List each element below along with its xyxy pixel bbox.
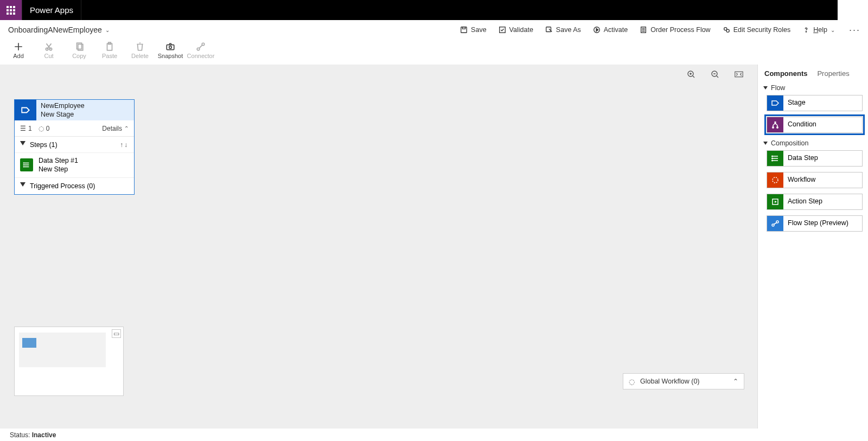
- cut-tool[interactable]: Cut: [34, 42, 64, 59]
- component-workflow-label: Workflow: [783, 176, 820, 184]
- svg-point-16: [169, 46, 172, 49]
- component-flow-step[interactable]: Flow Step (Preview): [767, 215, 863, 232]
- zoom-out-button[interactable]: [711, 70, 719, 81]
- designer-canvas[interactable]: NewEmployee New Stage ☰ 1 ◌ 0 Det: [0, 65, 757, 429]
- svg-point-29: [772, 158, 773, 159]
- data-step-item[interactable]: Data Step #1 New Step: [15, 153, 134, 178]
- workflow-count-value: 0: [46, 125, 50, 132]
- triggered-label: Triggered Process (0): [30, 182, 95, 190]
- zoom-in-button[interactable]: [687, 70, 695, 81]
- add-label: Add: [13, 53, 24, 59]
- caret-down-icon: [763, 86, 768, 90]
- connector-tool[interactable]: Connector: [186, 42, 216, 59]
- stage-header[interactable]: NewEmployee New Stage: [15, 100, 134, 120]
- save-button[interactable]: Save: [460, 26, 487, 34]
- triangle-down-icon: [20, 182, 25, 189]
- section-composition-header[interactable]: Composition: [761, 138, 865, 150]
- snapshot-label: Snapshot: [158, 53, 183, 59]
- cut-label: Cut: [44, 53, 53, 59]
- workflow-icon: [767, 172, 783, 188]
- more-actions-button[interactable]: ···: [847, 24, 863, 36]
- components-panel: Components Properties Flow Stage Conditi…: [757, 65, 868, 429]
- svg-rect-1: [462, 27, 465, 29]
- svg-rect-15: [167, 45, 174, 50]
- svg-point-7: [726, 29, 729, 32]
- global-workflow-label: Global Workflow (0): [640, 378, 700, 385]
- details-toggle[interactable]: Details ⌃: [102, 125, 129, 132]
- component-action-step[interactable]: Action Step: [767, 194, 863, 210]
- triggered-process-section[interactable]: Triggered Process (0): [15, 178, 134, 194]
- activate-icon: [593, 26, 601, 34]
- fit-to-screen-button[interactable]: [735, 70, 743, 81]
- steps-count: ☰ 1: [20, 125, 32, 132]
- delete-label: Delete: [131, 53, 149, 59]
- help-button[interactable]: Help ⌄: [802, 26, 835, 34]
- edit-security-roles-button[interactable]: Edit Security Roles: [723, 26, 791, 34]
- component-stage-label: Stage: [783, 99, 810, 107]
- copy-tool[interactable]: Copy: [64, 42, 94, 59]
- component-data-step[interactable]: Data Step: [767, 150, 863, 167]
- chevron-up-icon: ⌃: [124, 125, 129, 131]
- tab-properties[interactable]: Properties: [817, 69, 849, 78]
- stage-title: NewEmployee: [41, 102, 130, 111]
- panel-tabs: Components Properties: [761, 69, 865, 83]
- svg-point-30: [772, 160, 773, 161]
- order-label: Order Process Flow: [650, 26, 710, 34]
- order-icon: [640, 26, 647, 34]
- minimap[interactable]: ▭: [14, 327, 124, 396]
- data-step-icon: [20, 158, 33, 171]
- triangle-down-icon: [20, 141, 25, 148]
- stage-header-text: NewEmployee New Stage: [36, 100, 134, 120]
- flow-name-label: OnboardingANewEmployee: [8, 25, 102, 34]
- security-label: Edit Security Roles: [733, 26, 791, 34]
- minimap-expand-icon[interactable]: ▭: [112, 329, 121, 338]
- content-area: NewEmployee New Stage ☰ 1 ◌ 0 Det: [0, 65, 868, 429]
- steps-count-value: 1: [28, 125, 32, 132]
- zoom-controls: [687, 70, 743, 81]
- component-stage[interactable]: Stage: [767, 95, 863, 111]
- save-as-label: Save As: [556, 26, 581, 34]
- flow-name-dropdown[interactable]: OnboardingANewEmployee ⌄: [8, 25, 110, 34]
- flow-header: OnboardingANewEmployee ⌄ Save Validate S…: [0, 20, 868, 40]
- paste-label: Paste: [102, 53, 117, 59]
- activate-button[interactable]: Activate: [593, 26, 628, 34]
- validate-label: Validate: [509, 26, 533, 34]
- chevron-down-icon: ⌄: [831, 27, 835, 33]
- reorder-arrows-icon[interactable]: ↑↓: [120, 141, 129, 149]
- save-as-button[interactable]: Save As: [545, 26, 581, 34]
- stage-icon: [15, 100, 36, 120]
- snapshot-tool[interactable]: Snapshot: [155, 42, 186, 59]
- component-data-step-label: Data Step: [783, 155, 822, 162]
- step-title: Data Step #1: [39, 156, 78, 165]
- global-workflow-bar[interactable]: ◌ Global Workflow (0) ⌃: [623, 373, 744, 389]
- component-workflow[interactable]: Workflow: [767, 172, 863, 188]
- validate-icon: [499, 26, 506, 34]
- section-flow-header[interactable]: Flow: [761, 83, 865, 95]
- component-condition[interactable]: Condition: [767, 117, 863, 133]
- steps-section-header[interactable]: Steps (1) ↑↓: [15, 137, 134, 153]
- connector-icon: [196, 42, 206, 52]
- add-tool[interactable]: Add: [3, 42, 34, 59]
- app-root: Power Apps OnboardingANewEmployee ⌄ Save…: [0, 0, 868, 441]
- status-value: Inactive: [32, 431, 56, 439]
- steps-label: Steps (1): [30, 141, 58, 149]
- svg-point-33: [772, 224, 774, 226]
- svg-rect-27: [775, 122, 776, 123]
- svg-point-26: [777, 127, 778, 128]
- component-action-step-label: Action Step: [783, 198, 827, 206]
- data-step-icon: [767, 151, 783, 166]
- tab-components[interactable]: Components: [764, 69, 807, 78]
- chevron-down-icon: ⌄: [105, 27, 110, 33]
- condition-icon: [767, 117, 783, 132]
- stage-card[interactable]: NewEmployee New Stage ☰ 1 ◌ 0 Det: [14, 99, 135, 195]
- caret-down-icon: [763, 142, 768, 145]
- delete-tool[interactable]: Delete: [125, 42, 155, 59]
- waffle-icon: [7, 6, 15, 15]
- copy-icon: [74, 42, 84, 52]
- order-process-flow-button[interactable]: Order Process Flow: [640, 26, 710, 34]
- paste-tool[interactable]: Paste: [94, 42, 125, 59]
- workflow-count: ◌ 0: [39, 125, 50, 132]
- app-launcher-button[interactable]: [0, 0, 22, 20]
- validate-button[interactable]: Validate: [499, 26, 533, 34]
- divider: [81, 0, 81, 20]
